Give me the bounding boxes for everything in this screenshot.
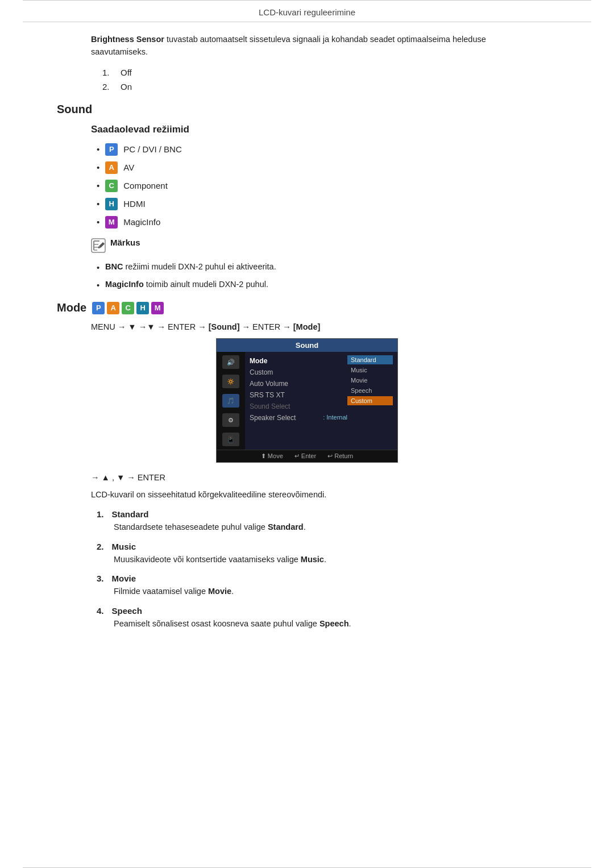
mode-icon-list: • P PC / DVI / BNC • A AV • C Component … bbox=[97, 143, 523, 229]
list-item: 2. Music Muusikavideote või kontsertide … bbox=[97, 542, 523, 566]
osd-sidebar-icon-active: 🎵 bbox=[222, 394, 239, 408]
osd-label: Custom bbox=[250, 368, 273, 376]
mode-badge-m: M bbox=[151, 302, 164, 314]
item-title: 1. Standard bbox=[97, 509, 523, 519]
bullet-dot: • bbox=[97, 144, 99, 154]
bullet-dot: • bbox=[97, 262, 99, 275]
mode-badge-a: A bbox=[107, 302, 119, 314]
item-number: 2. bbox=[97, 542, 104, 551]
osd-footer-move: ⬆ Move bbox=[261, 452, 283, 460]
mode-badge-p: P bbox=[92, 302, 105, 314]
arrow-instruction: → ▲ , ▼ → ENTER bbox=[91, 473, 523, 482]
item-label: Standard bbox=[112, 509, 149, 519]
item-label: Movie bbox=[112, 574, 136, 583]
note-icon bbox=[91, 238, 106, 253]
list-item: • H HDMI bbox=[97, 198, 523, 210]
osd-row: Sound Select bbox=[250, 401, 347, 412]
list-item: 3. Movie Filmide vaatamisel valige Movie… bbox=[97, 574, 523, 598]
mode-label: Component bbox=[123, 181, 168, 190]
osd-right-item-movie: Movie bbox=[347, 376, 393, 385]
content: Brightness Sensor tuvastab automaatselt … bbox=[0, 22, 614, 867]
item-desc: Peamiselt sõnalisest osast koosneva saat… bbox=[114, 618, 523, 630]
item-desc: Standardsete tehaseseadete puhul valige … bbox=[114, 521, 523, 534]
item-number: 3. bbox=[97, 574, 104, 583]
list-item: • P PC / DVI / BNC bbox=[97, 143, 523, 156]
note-bullet-item: • BNC režiimi mudeli DXN-2 puhul ei akti… bbox=[97, 261, 523, 275]
mode-badge-h: H bbox=[136, 302, 149, 314]
osd-footer-enter: ↵ Enter bbox=[294, 452, 316, 460]
osd-main: Mode Custom Auto Volume SRS TS XT bbox=[245, 352, 397, 450]
osd-right-item-custom: Custom bbox=[347, 396, 393, 405]
badge-h: H bbox=[105, 198, 118, 210]
osd-label: Sound Select bbox=[250, 402, 290, 410]
menu-path: MENU → ▼ →▼ → ENTER → [Sound] → ENTER → … bbox=[91, 322, 523, 331]
list-item: 1. Off bbox=[102, 68, 523, 77]
osd-footer: ⬆ Move ↵ Enter ↩ Return bbox=[217, 450, 397, 462]
item-desc: Muusikavideote või kontsertide vaatamise… bbox=[114, 554, 523, 566]
osd-footer-return: ↩ Return bbox=[327, 452, 353, 460]
available-modes-heading: Saadaolevad režiimid bbox=[91, 124, 523, 135]
item-label: Speech bbox=[112, 606, 142, 616]
bullet-dot: • bbox=[97, 217, 99, 227]
osd-right-item-standard: Standard bbox=[347, 355, 393, 364]
note-box: Märkus bbox=[91, 238, 523, 253]
osd-body: 🔊 🔅 🎵 ⚙ 📱 Mode bbox=[217, 352, 397, 450]
mode-heading-word: Mode bbox=[57, 301, 86, 314]
item-title: 4. Speech bbox=[97, 606, 523, 616]
osd-sidebar: 🔊 🔅 🎵 ⚙ 📱 bbox=[217, 352, 245, 450]
note-bullets: • BNC režiimi mudeli DXN-2 puhul ei akti… bbox=[97, 261, 523, 293]
item-number: 2. bbox=[102, 82, 114, 92]
item-number: 1. bbox=[102, 68, 114, 77]
intro-paragraph: Brightness Sensor tuvastab automaatselt … bbox=[91, 34, 523, 59]
osd-row: Auto Volume bbox=[250, 378, 347, 389]
item-label: Music bbox=[112, 542, 136, 551]
osd-sidebar-icon: ⚙ bbox=[222, 413, 239, 427]
badge-a: A bbox=[105, 161, 118, 174]
list-item: • A AV bbox=[97, 161, 523, 174]
bullet-dot: • bbox=[97, 199, 99, 209]
mode-label: HDMI bbox=[123, 199, 145, 209]
page: LCD-kuvari reguleerimine Brightness Sens… bbox=[0, 0, 614, 868]
list-item: • M MagicInfo bbox=[97, 216, 523, 229]
osd-row: Speaker Select : Internal bbox=[250, 412, 347, 423]
mode-label: PC / DVI / BNC bbox=[123, 144, 182, 154]
brightness-options-list: 1. Off 2. On bbox=[102, 68, 523, 92]
osd-container: Sound 🔊 🔅 🎵 ⚙ 📱 Mode bbox=[91, 338, 523, 463]
list-item: 1. Standard Standardsete tehaseseadete p… bbox=[97, 509, 523, 534]
mode-description: LCD-kuvaril on sisseehitatud kõrgekvalit… bbox=[91, 489, 523, 501]
osd-sidebar-icon: 🔅 bbox=[222, 375, 239, 388]
intro-bold: Brightness Sensor bbox=[91, 35, 164, 44]
note-bullet-text: BNC režiimi mudeli DXN-2 puhul ei aktive… bbox=[105, 261, 276, 275]
osd-right-item-music: Music bbox=[347, 366, 393, 375]
osd-right-col: Standard Music Movie Speech Custom bbox=[347, 355, 393, 423]
osd-row: Custom bbox=[250, 367, 347, 378]
item-title: 3. Movie bbox=[97, 574, 523, 583]
list-item: 2. On bbox=[102, 82, 523, 92]
osd-label: Auto Volume bbox=[250, 380, 288, 388]
osd-label: Mode bbox=[250, 357, 267, 365]
osd-two-col: Mode Custom Auto Volume SRS TS XT bbox=[250, 355, 393, 423]
mode-section-heading: Mode P A C H M bbox=[57, 301, 523, 314]
note-bullet-item: • MagicInfo toimib ainult mudeli DXN-2 p… bbox=[97, 279, 523, 292]
badge-c: C bbox=[105, 180, 118, 192]
item-desc: Filmide vaatamisel valige Movie. bbox=[114, 585, 523, 598]
note-title: Märkus bbox=[110, 238, 140, 247]
mode-label: MagicInfo bbox=[123, 217, 160, 227]
page-title: LCD-kuvari reguleerimine bbox=[0, 1, 614, 22]
item-label: Off bbox=[121, 68, 132, 77]
osd-sidebar-icon: 🔊 bbox=[222, 355, 239, 369]
bullet-dot: • bbox=[97, 280, 99, 292]
osd-menu: Sound 🔊 🔅 🎵 ⚙ 📱 Mode bbox=[216, 338, 398, 463]
osd-label: Speaker Select bbox=[250, 414, 296, 422]
osd-sidebar-icon: 📱 bbox=[222, 433, 239, 446]
mode-label: AV bbox=[123, 163, 134, 172]
mode-badge-c: C bbox=[122, 302, 134, 314]
osd-row: Mode bbox=[250, 355, 347, 367]
osd-right-item-speech: Speech bbox=[347, 386, 393, 395]
bullet-dot: • bbox=[97, 163, 99, 172]
osd-value: : Internal bbox=[323, 414, 347, 422]
badge-p: P bbox=[105, 143, 118, 156]
list-item: • C Component bbox=[97, 180, 523, 192]
list-item: 4. Speech Peamiselt sõnalisest osast koo… bbox=[97, 606, 523, 630]
item-number: 4. bbox=[97, 606, 104, 616]
